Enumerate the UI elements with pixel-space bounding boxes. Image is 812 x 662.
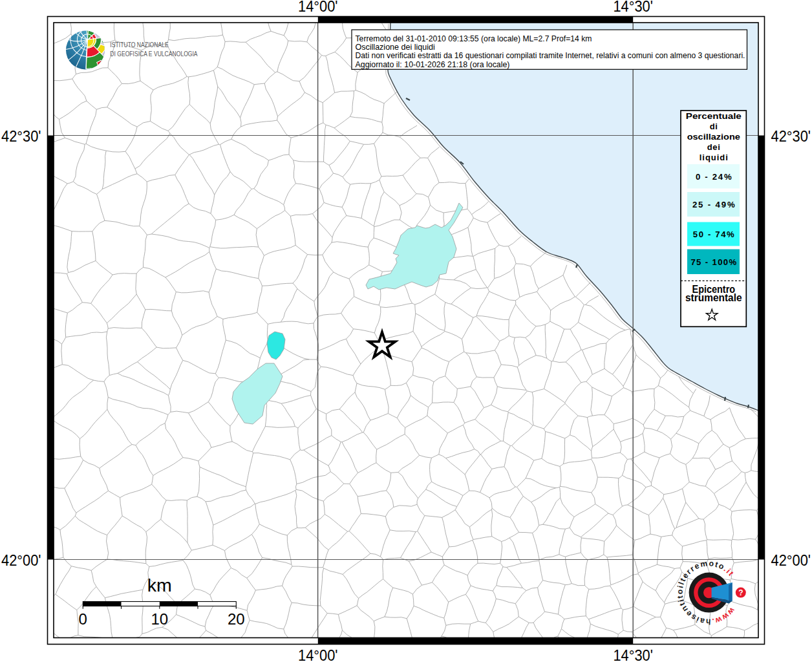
svg-text:50 - 74%: 50 - 74% bbox=[693, 230, 734, 239]
svg-text:DI GEOFISICA E VULCANOLOGIA: DI GEOFISICA E VULCANOLOGIA bbox=[110, 50, 198, 58]
svg-text:Aggiornato il: 10-01-2026 21:1: Aggiornato il: 10-01-2026 21:18 (ora loc… bbox=[356, 59, 510, 69]
svg-text:oscillazione: oscillazione bbox=[687, 132, 740, 142]
svg-text:Percentuale: Percentuale bbox=[686, 111, 742, 121]
svg-text:75 - 100%: 75 - 100% bbox=[690, 257, 736, 267]
svg-text:14°30': 14°30' bbox=[613, 0, 653, 15]
svg-text:0: 0 bbox=[79, 610, 87, 628]
svg-text:km: km bbox=[147, 575, 172, 595]
svg-text:dei: dei bbox=[707, 142, 720, 152]
svg-text:strumentale: strumentale bbox=[685, 292, 742, 303]
svg-text:20: 20 bbox=[228, 610, 245, 628]
svg-text:liquidi: liquidi bbox=[700, 153, 728, 162]
svg-text:?: ? bbox=[738, 588, 743, 597]
svg-text:42°00': 42°00' bbox=[1, 552, 41, 569]
svg-text:10: 10 bbox=[151, 610, 168, 628]
svg-text:42°30': 42°30' bbox=[1, 128, 41, 145]
svg-text:ISTITUTO NAZIONALE: ISTITUTO NAZIONALE bbox=[110, 41, 169, 48]
svg-text:42°00': 42°00' bbox=[771, 552, 811, 569]
svg-text:14°00': 14°00' bbox=[298, 0, 338, 15]
svg-text:0 - 24%: 0 - 24% bbox=[696, 172, 732, 182]
svg-text:14°30': 14°30' bbox=[613, 647, 653, 662]
svg-text:14°00': 14°00' bbox=[298, 647, 338, 662]
svg-text:25 - 49%: 25 - 49% bbox=[692, 200, 735, 209]
svg-text:di: di bbox=[710, 122, 718, 131]
svg-text:42°30': 42°30' bbox=[771, 128, 811, 145]
